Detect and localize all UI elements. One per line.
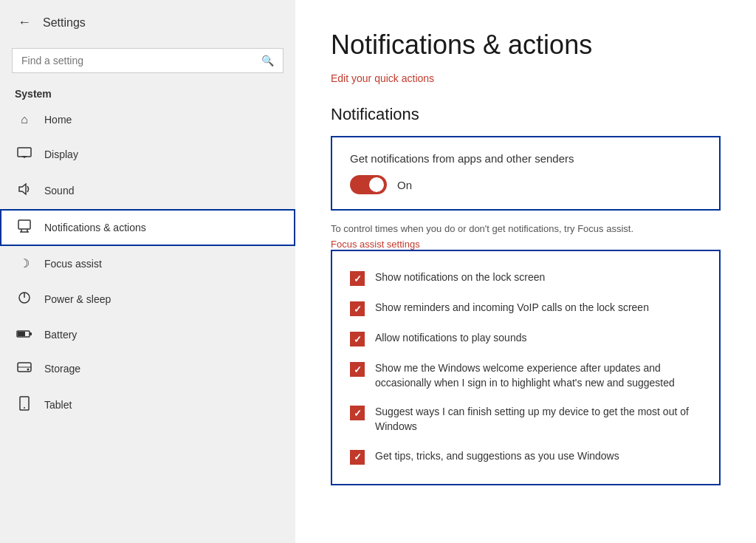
nav-list: ⌂ Home Display Sound Notifications & act… — [0, 103, 295, 424]
toggle-thumb — [369, 177, 384, 192]
home-icon: ⌂ — [16, 113, 32, 126]
search-input[interactable] — [21, 55, 261, 66]
checkbox-lock-screen[interactable]: ✓ — [350, 271, 365, 286]
sound-icon — [16, 182, 32, 199]
checkbox-voip[interactable]: ✓ — [350, 301, 365, 316]
sidebar-item-label: Home — [44, 114, 72, 126]
checkmark-icon: ✓ — [354, 452, 362, 462]
toggle-state-label: On — [397, 179, 412, 191]
checkmark-icon: ✓ — [354, 274, 362, 284]
tablet-icon — [16, 396, 32, 414]
checkbox-item-tips[interactable]: ✓ Get tips, tricks, and suggestions as y… — [350, 442, 701, 472]
display-icon — [16, 147, 32, 162]
checkmark-icon: ✓ — [354, 335, 362, 344]
search-box[interactable]: 🔍 — [12, 48, 284, 73]
toggle-track — [350, 175, 387, 194]
svg-rect-11 — [30, 332, 32, 335]
sidebar: ← Settings 🔍 System ⌂ Home Display Sound… — [0, 0, 295, 543]
svg-rect-4 — [18, 220, 30, 229]
storage-icon — [16, 362, 32, 375]
checkbox-label: Show notifications on the lock screen — [375, 270, 545, 285]
main-content: Notifications & actions Edit your quick … — [295, 0, 756, 543]
svg-point-17 — [24, 407, 25, 409]
checkbox-sounds[interactable]: ✓ — [350, 332, 365, 346]
checkbox-label: Get tips, tricks, and suggestions as you… — [375, 449, 619, 464]
focus-assist-icon: ☽ — [16, 256, 32, 270]
checkmark-icon: ✓ — [354, 365, 362, 375]
notifications-toggle-box: Get notifications from apps and other se… — [331, 136, 721, 211]
checkmark-icon: ✓ — [354, 304, 362, 314]
page-title: Notifications & actions — [331, 30, 721, 61]
svg-marker-3 — [19, 184, 26, 194]
notifications-toggle[interactable] — [350, 175, 387, 194]
system-label: System — [0, 82, 295, 103]
sidebar-header: ← Settings — [0, 0, 295, 45]
checkbox-setup[interactable]: ✓ — [350, 406, 365, 420]
sidebar-item-label: Notifications & actions — [44, 222, 146, 233]
sidebar-item-label: Storage — [44, 363, 80, 375]
svg-rect-0 — [18, 148, 31, 157]
sidebar-title: Settings — [43, 16, 86, 30]
checkmark-icon: ✓ — [354, 409, 362, 418]
focus-assist-link[interactable]: Focus assist settings — [331, 239, 721, 250]
checkbox-item-lock-screen[interactable]: ✓ Show notifications on the lock screen — [350, 263, 701, 293]
sidebar-item-tablet[interactable]: Tablet — [0, 386, 295, 424]
sidebar-item-sound[interactable]: Sound — [0, 172, 295, 209]
back-button[interactable]: ← — [15, 12, 34, 33]
sidebar-item-storage[interactable]: Storage — [0, 352, 295, 386]
checkbox-item-voip[interactable]: ✓ Show reminders and incoming VoIP calls… — [350, 293, 701, 324]
notifications-section-title: Notifications — [331, 105, 721, 124]
sidebar-item-label: Battery — [44, 329, 77, 341]
checkbox-tips[interactable]: ✓ — [350, 450, 365, 465]
svg-rect-12 — [18, 332, 25, 336]
checkbox-label: Show me the Windows welcome experience a… — [375, 361, 701, 390]
sidebar-item-power-sleep[interactable]: Power & sleep — [0, 281, 295, 318]
sidebar-item-battery[interactable]: Battery — [0, 318, 295, 352]
notifications-toggle-label: Get notifications from apps and other se… — [350, 152, 701, 165]
svg-point-15 — [27, 369, 30, 371]
checkbox-label: Suggest ways I can finish setting up my … — [375, 405, 701, 434]
notifications-icon — [16, 219, 32, 236]
focus-assist-text: To control times when you do or don't ge… — [331, 222, 721, 236]
sidebar-item-display[interactable]: Display — [0, 137, 295, 172]
search-icon: 🔍 — [261, 55, 274, 66]
sidebar-item-home[interactable]: ⌂ Home — [0, 103, 295, 137]
quick-actions-link[interactable]: Edit your quick actions — [331, 72, 721, 84]
power-sleep-icon — [16, 291, 32, 307]
checkbox-item-welcome[interactable]: ✓ Show me the Windows welcome experience… — [350, 354, 701, 397]
checkbox-item-sounds[interactable]: ✓ Allow notifications to play sounds — [350, 324, 701, 354]
sidebar-item-label: Power & sleep — [44, 293, 111, 305]
sidebar-item-focus-assist[interactable]: ☽ Focus assist — [0, 246, 295, 281]
sidebar-item-label: Display — [44, 148, 78, 160]
checkboxes-box: ✓ Show notifications on the lock screen … — [331, 250, 721, 485]
toggle-row: On — [350, 175, 701, 194]
checkbox-label: Allow notifications to play sounds — [375, 331, 526, 346]
checkbox-label: Show reminders and incoming VoIP calls o… — [375, 301, 649, 315]
sidebar-item-label: Sound — [44, 185, 74, 197]
sidebar-item-label: Focus assist — [44, 258, 102, 270]
sidebar-item-notifications[interactable]: Notifications & actions — [0, 209, 295, 246]
checkbox-welcome[interactable]: ✓ — [350, 362, 365, 377]
battery-icon — [16, 328, 32, 341]
checkbox-item-setup[interactable]: ✓ Suggest ways I can finish setting up m… — [350, 397, 701, 441]
sidebar-item-label: Tablet — [44, 399, 72, 411]
